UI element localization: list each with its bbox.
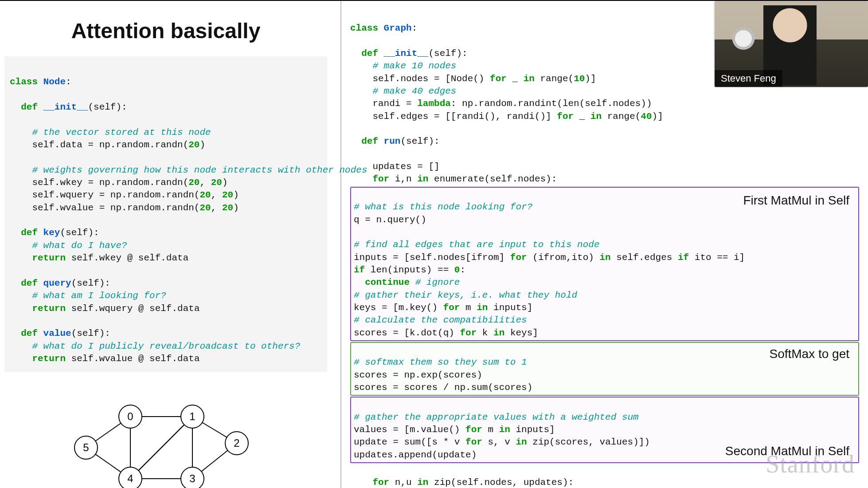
stanford-watermark: Stanford — [766, 450, 855, 478]
svg-text:5: 5 — [83, 441, 89, 453]
svg-text:2: 2 — [234, 437, 239, 449]
room-badge-icon — [732, 28, 755, 50]
slide-title: Attention basically — [4, 19, 327, 43]
svg-text:3: 3 — [189, 472, 195, 484]
svg-text:4: 4 — [127, 472, 133, 484]
node-code-block: class Node: def __init__(self): # the ve… — [4, 56, 327, 372]
presenter-name: Steven Feng — [715, 70, 782, 87]
svg-text:0: 0 — [127, 410, 133, 422]
right-column: class Graph: def __init__(self): # make … — [341, 1, 868, 488]
svg-line-8 — [130, 417, 192, 479]
directed-graph-icon: 012345 — [51, 390, 281, 488]
first-matmul-label: First MatMul in Self — [743, 192, 849, 209]
softmax-label: SoftMax to get — [769, 346, 849, 362]
left-column: Attention basically class Node: def __in… — [0, 1, 341, 488]
svg-text:1: 1 — [189, 410, 195, 422]
first-matmul-box: First MatMul in Self# what is this node … — [350, 187, 859, 341]
webcam-overlay: Steven Feng — [715, 1, 868, 87]
softmax-box: SoftMax to get# softmax them so they sum… — [350, 342, 859, 396]
graph-diagram: 012345 — [4, 390, 327, 488]
